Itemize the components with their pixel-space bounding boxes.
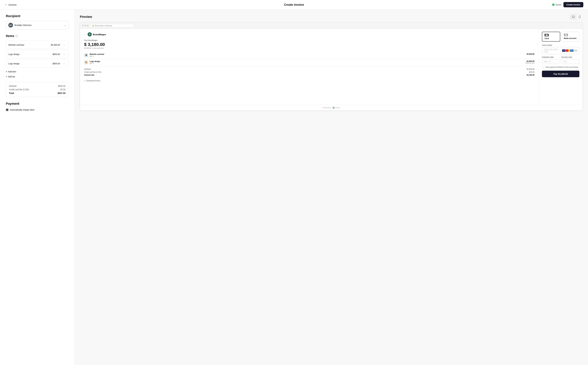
pay-sub: $3,000.00 + taxes and fees [84, 47, 534, 49]
invoice-item-row: 🎨 Logo design Qty: 2 $1,000.00 $500.00 e… [84, 59, 534, 66]
bank-tab-icon [564, 34, 568, 36]
subtotal-value: $3,000.00 [527, 68, 534, 70]
saved-label: Saved [555, 4, 561, 6]
item-options-button[interactable]: ⋯ [62, 43, 66, 47]
card-number-group: Card number 1234 1234 1234 1234 VISA AME… [542, 44, 579, 54]
expiration-field[interactable]: MM / YY [542, 59, 560, 64]
item-options-button[interactable]: ⋯ [62, 62, 66, 65]
pay-label: Pay BrandMages [84, 39, 534, 41]
card-number-field[interactable]: 1234 1234 1234 1234 VISA AMEX ··· [542, 47, 579, 54]
plus-icon: + [6, 75, 7, 78]
amount-due-value: $3,180.00 [527, 74, 534, 76]
copilot-label: 🆕 Copilot [333, 107, 340, 108]
chevron-down-icon: ⌄ [64, 24, 66, 27]
svg-rect-7 [565, 35, 565, 35]
subtotal-label: Subtotal [84, 68, 91, 70]
item-right: $2,000.00 ⋯ [51, 43, 66, 47]
url-text: Brandmages.copilot.app [95, 25, 112, 27]
bank-tab-label: Bank account [564, 37, 576, 39]
payment-option[interactable]: Automatically charge client [6, 108, 69, 111]
preview-header: Preview [80, 14, 583, 20]
mobile-view-button[interactable] [577, 14, 583, 19]
inv-item-info: Logo design Qty: 2 [90, 60, 100, 64]
back-label: Invoices [8, 4, 16, 6]
total-label: Total [9, 92, 14, 94]
inv-item-name: Website overhaul [90, 53, 104, 55]
subtotal-value: $500.00 [58, 85, 65, 87]
fee-label: Credit card fee (1.5%) [84, 71, 101, 73]
card-icons: VISA AMEX ··· [562, 49, 577, 52]
item-name: Logo design [8, 63, 20, 65]
left-panel: Recipient BS Brooklyn Simmons ⌄ Items ? … [0, 9, 75, 365]
radio-icon [6, 108, 8, 111]
item-name: Logo design [8, 53, 20, 56]
inv-item-qty: Qty: 2 [90, 63, 100, 64]
mastercard-icon [566, 49, 570, 52]
subtotal-row: Subtotal $3,000.00 [84, 68, 534, 71]
inv-item-name: Logo design [90, 60, 100, 63]
card-number-placeholder: 1234 1234 1234 1234 [544, 49, 562, 53]
recipient-info: BS Brooklyn Simmons [8, 23, 32, 28]
saved-status: Saved [552, 4, 561, 6]
item-price: $2,000.00 [51, 44, 60, 46]
card-tab-icon [545, 34, 549, 36]
amex-icon: AMEX [570, 49, 574, 52]
recipient-dropdown[interactable]: BS Brooklyn Simmons ⌄ [6, 21, 69, 29]
fee-row: Credit card fee (1.5%) $45.00 [84, 71, 534, 74]
lock-icon: 🔒 [92, 25, 94, 27]
items-section: Items ? Website overhaul $2,000.00 ⋯ Log… [6, 34, 69, 79]
svg-rect-8 [566, 35, 566, 35]
avatar: BS [8, 23, 13, 28]
save-details-checkbox[interactable] [542, 66, 544, 68]
item-right: $500.00 ⋯ [52, 52, 66, 56]
items-help-icon[interactable]: ? [15, 35, 18, 37]
save-details-label: Save payment details for future purchase… [545, 66, 578, 68]
inv-item-price: $1,000.00 [525, 60, 534, 62]
item-options-button[interactable]: ⋯ [62, 52, 66, 56]
add-tax-link[interactable]: + Add tax [6, 74, 69, 79]
inv-item-sub: $500.00 each [525, 62, 534, 64]
download-link[interactable]: ⇓ Download invoice [84, 80, 534, 82]
item-icon: 🎨 [84, 60, 88, 64]
mobile-icon [579, 15, 581, 18]
fee-value: $45.00 [529, 71, 534, 73]
desktop-view-button[interactable] [570, 14, 577, 19]
preview-title: Preview [80, 15, 92, 19]
save-details-row[interactable]: Save payment details for future purchase… [542, 66, 579, 68]
browser-bar: 🔒 Brandmages.copilot.app [80, 22, 583, 29]
browser-mockup: 🔒 Brandmages.copilot.app ← B BrandMages … [80, 22, 583, 111]
card-tab[interactable]: Card [542, 32, 560, 42]
powered-label: Powered by [323, 107, 331, 108]
subtotal-row: Subtotal $500.00 [9, 85, 65, 87]
security-group: Security code CVC [561, 56, 579, 64]
browser-dot-yellow [85, 25, 86, 26]
security-field[interactable]: CVC [561, 59, 579, 64]
bank-icon [565, 34, 567, 36]
svg-point-4 [580, 18, 580, 18]
expiration-group: Expiration date MM / YY [542, 56, 560, 64]
pay-amount: $ 3,180.00 [84, 42, 534, 47]
summary-box: Subtotal $500.00 Credit card fee (1.5%) … [6, 82, 69, 97]
pay-button[interactable]: Pay $3,180.00 [542, 71, 579, 77]
payment-section: Payment Automatically charge client [6, 102, 69, 111]
security-placeholder: CVC [563, 60, 567, 63]
subtotal-label: Subtotal [9, 85, 16, 87]
bank-tab[interactable]: Bank account [561, 32, 579, 42]
recipient-name: Brooklyn Simmons [14, 24, 32, 26]
back-link[interactable]: ← Invoices [5, 3, 16, 6]
plus-icon: + [6, 70, 7, 73]
item-icon: 💻 [84, 53, 88, 57]
fee-value: $7.50 [60, 88, 65, 91]
fee-label: Credit card fee (1.5%) [9, 88, 29, 91]
security-label: Security code [561, 56, 579, 58]
expiration-placeholder: MM / YY [544, 60, 551, 63]
inv-item-price: $2,000.00 [527, 53, 534, 55]
items-section-title: Items [6, 34, 14, 38]
browser-dot-green [87, 25, 88, 26]
add-item-link[interactable]: + Add item [6, 69, 69, 74]
table-row: Logo design $500.00 ⋯ [6, 50, 69, 58]
item-right: $500.00 ⋯ [52, 62, 66, 65]
item-price: $500.00 [52, 53, 60, 56]
create-invoice-button[interactable]: Create invoice [563, 2, 583, 7]
brand-header: ← B BrandMages [84, 32, 534, 36]
